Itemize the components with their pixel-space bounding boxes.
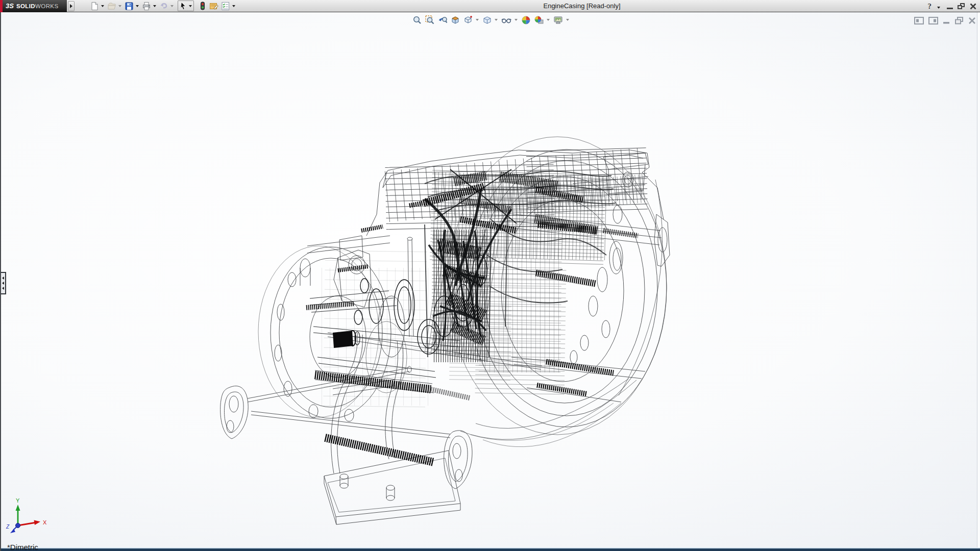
save-button[interactable] [124,1,135,12]
open-document-button[interactable] [106,1,117,12]
comment-button[interactable] [208,1,220,12]
zoom-to-fit-button[interactable] [411,15,424,25]
graphics-viewport[interactable]: Y X Z *Dimetric [0,12,980,551]
orientation-triad: Y X Z [1,490,72,551]
print-caret[interactable] [153,5,156,7]
engine-casing-wireframe-model[interactable] [1,12,980,551]
help-caret[interactable] [937,7,940,9]
hide-show-items-button[interactable] [500,15,513,25]
titlebar-controls: ? [928,0,977,12]
new-document-caret[interactable] [101,5,104,7]
display-style-caret[interactable] [495,19,498,21]
statusbar-top-edge [1,547,980,551]
view-orientation-caret[interactable] [476,19,479,21]
solidworks-logo: 3S SOLIDWORKS [0,0,75,12]
previous-view-button[interactable] [436,15,449,25]
view-orientation-button[interactable] [462,15,475,25]
minimize-doc-button[interactable] [943,17,950,24]
menu-expand-button[interactable] [68,1,75,11]
document-window-controls [914,17,976,24]
new-document-button[interactable] [89,1,100,12]
title-bar: 3S SOLIDWORKS [0,0,980,12]
toggle-selection-filter-button[interactable] [197,1,208,12]
brand-solid: SOLID [16,3,35,9]
triad-x-label: X [43,519,47,525]
undo-caret[interactable] [170,5,174,7]
options-caret[interactable] [232,5,235,7]
options-button[interactable] [220,1,231,12]
camera-view-caret[interactable] [566,19,569,21]
save-caret[interactable] [136,5,139,7]
main-toolbar [89,1,237,12]
triad-z-label: Z [6,524,10,530]
section-view-button[interactable] [449,15,462,25]
apply-scene-button[interactable] [520,15,532,25]
triad-y-label: Y [16,497,20,504]
close-doc-button[interactable] [968,17,976,24]
split-left-button[interactable] [914,17,924,24]
solidworks-window: 3S SOLIDWORKS [0,0,980,551]
select-caret[interactable] [189,5,192,7]
help-button[interactable]: ? [928,2,932,11]
hide-show-items-caret[interactable] [514,19,518,21]
camera-view-button[interactable] [552,15,565,25]
close-button[interactable] [969,3,977,10]
display-style-button[interactable] [481,15,494,25]
window-title: EngineCasing [Read-only] [543,0,620,12]
restore-button[interactable] [958,3,965,9]
brand-works: WORKS [35,3,58,9]
zoom-to-area-button[interactable] [424,15,436,25]
window-right-edge [977,12,980,551]
view-orientation-label: *Dimetric [7,543,38,551]
view-settings-caret[interactable] [547,19,550,21]
view-settings-button[interactable] [532,15,546,25]
print-button[interactable] [141,1,152,12]
brand-3ds-mark: 3S [6,2,14,10]
split-right-button[interactable] [928,17,938,24]
select-button[interactable] [178,1,194,11]
headsup-view-toolbar [411,14,571,26]
restore-doc-button[interactable] [955,17,964,24]
undo-button[interactable] [158,1,169,12]
open-document-caret[interactable] [118,5,121,7]
minimize-button[interactable] [947,8,953,9]
feature-panel-tab[interactable] [1,272,6,294]
